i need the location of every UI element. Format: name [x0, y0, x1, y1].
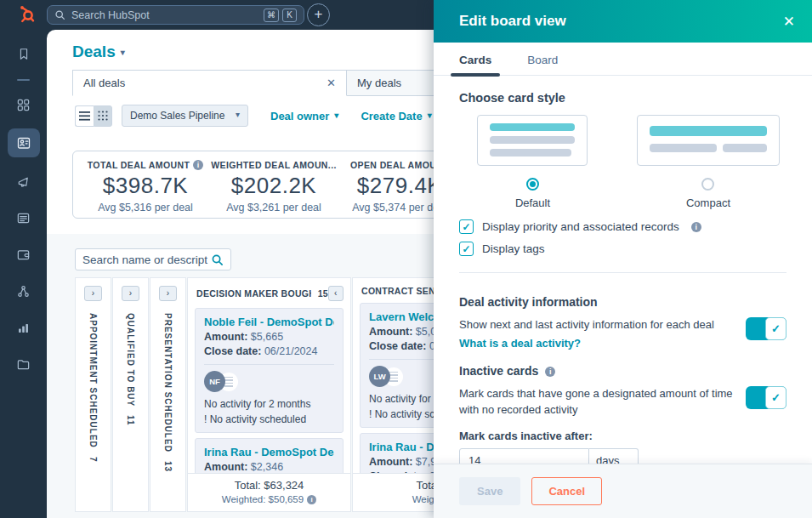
panel-footer: Save Cancel	[434, 464, 812, 518]
info-icon[interactable]	[691, 222, 701, 232]
chevron-down-icon	[428, 111, 432, 120]
left-navigation-sidebar	[0, 30, 47, 518]
deal-title-link[interactable]: Noble Feil - DemoSpot Deal	[204, 316, 334, 328]
panel-header: Edit board view	[434, 0, 812, 43]
deal-card[interactable]: Noble Feil - DemoSpot Deal Amount: $5,66…	[195, 308, 344, 433]
commerce-wallet-icon[interactable]	[8, 242, 40, 267]
chevron-down-icon	[236, 110, 240, 119]
list-view-button[interactable]	[75, 105, 94, 127]
radio-compact-unselected[interactable]	[701, 178, 714, 191]
checkbox-checked[interactable]	[459, 242, 474, 256]
cancel-button[interactable]: Cancel	[531, 477, 602, 505]
save-button[interactable]: Save	[459, 477, 520, 505]
display-tags-option: Display tags	[459, 242, 786, 256]
inactive-days-input[interactable]	[459, 448, 589, 464]
bookmark-icon[interactable]	[8, 41, 40, 66]
checkbox-checked[interactable]	[459, 219, 474, 234]
apps-grid-icon[interactable]	[8, 92, 40, 117]
column-total: Total: $63,324	[188, 479, 350, 492]
chevron-down-icon	[121, 48, 125, 57]
page-title[interactable]: Deals	[72, 43, 125, 61]
deal-card[interactable]: Irina Rau - DemoSpot Deal Amount: $2,346…	[195, 438, 344, 473]
column-decision-maker-bought: DECISION MAKER BOUGHT... 15 ‹ Noble Feil…	[187, 277, 351, 512]
column-label: APPOINTMENT SCHEDULED	[88, 313, 98, 448]
search-placeholder: Search HubSpot	[71, 9, 258, 21]
data-folder-icon[interactable]	[8, 351, 40, 377]
inactive-cards-heading: Inactive cards	[459, 364, 786, 378]
crm-contacts-icon-active[interactable]	[8, 128, 40, 157]
avatar[interactable]: LW	[369, 366, 390, 387]
compact-card-preview	[637, 115, 780, 166]
sidebar-divider	[17, 79, 30, 81]
column-count: 7	[88, 457, 98, 463]
display-priority-option: Display priority and associated records	[459, 219, 786, 234]
content-inbox-icon[interactable]	[8, 205, 40, 231]
create-new-button[interactable]	[307, 3, 330, 26]
pipeline-select[interactable]: Demo Sales Pipeline	[122, 105, 248, 127]
marketing-megaphone-icon[interactable]	[8, 168, 40, 194]
board-view-button[interactable]	[94, 105, 112, 127]
section-divider	[459, 272, 786, 273]
activity-status: No activity for 2 months	[204, 398, 334, 410]
panel-title: Edit board view	[459, 13, 783, 30]
board-toolbar: Demo Sales Pipeline Deal owner Create Da…	[75, 105, 432, 127]
column-title: DECISION MAKER BOUGHT...	[196, 288, 311, 299]
automations-icon[interactable]	[8, 278, 40, 304]
column-count: 13	[163, 461, 173, 472]
activity-warning: ! No activity scheduled	[204, 413, 334, 425]
search-icon	[211, 253, 224, 266]
column-label: QUALIFIED TO BUY	[126, 313, 135, 407]
column-count: 15	[318, 288, 328, 299]
board-view-icon	[98, 111, 108, 121]
view-toggle	[75, 105, 112, 127]
activity-toggle-on[interactable]	[746, 317, 786, 340]
column-weighted: Weighted: $50,659	[222, 494, 304, 504]
keyboard-shortcut-badge: ⌘ K	[264, 9, 297, 22]
column-label: PRESENTATION SCHEDULED	[163, 313, 173, 453]
card-style-compact-option[interactable]: Compact	[630, 115, 786, 209]
hubspot-logo-icon[interactable]	[15, 5, 36, 26]
collapse-column-button[interactable]: ‹	[328, 286, 344, 301]
search-icon	[54, 9, 65, 20]
tab-all-deals[interactable]: All deals	[72, 70, 347, 96]
mark-inactive-after-label: Mark cards inactive after:	[459, 430, 786, 442]
deal-title-link[interactable]: Irina Rau - DemoSpot Deal	[204, 446, 334, 458]
column-appointment-scheduled: › APPOINTMENT SCHEDULED 7	[75, 277, 111, 512]
info-icon[interactable]	[193, 160, 203, 170]
inactive-unit-select[interactable]: days	[589, 448, 639, 464]
reporting-icon[interactable]	[8, 315, 40, 340]
expand-column-button[interactable]: ›	[122, 286, 139, 301]
list-view-icon	[79, 111, 90, 121]
column-qualified-to-buy: › QUALIFIED TO BUY 11	[112, 277, 149, 512]
close-icon[interactable]	[783, 13, 795, 31]
radio-default-selected[interactable]	[526, 178, 539, 191]
tab-board[interactable]: Board	[527, 54, 558, 75]
inactive-toggle-on[interactable]	[746, 386, 786, 409]
panel-tabs: Cards Board	[434, 43, 812, 76]
card-style-options: Default Compact	[459, 115, 786, 209]
expand-column-button[interactable]: ›	[84, 286, 102, 301]
default-card-preview	[477, 115, 588, 166]
column-title: CONTRACT SENT	[361, 286, 441, 296]
stat-total-deal-amount: TOTAL DEAL AMOUNT $398.7K Avg $5,316 per…	[83, 160, 207, 218]
chevron-down-icon	[334, 111, 338, 120]
deal-owner-filter[interactable]: Deal owner	[270, 110, 338, 122]
card-style-default-option[interactable]: Default	[459, 115, 606, 209]
deal-activity-help-link[interactable]: What is a deal activity?	[459, 337, 740, 350]
expand-column-button[interactable]: ›	[159, 286, 177, 301]
choose-card-style-heading: Choose card style	[459, 91, 786, 105]
info-icon[interactable]	[307, 495, 316, 504]
avatar[interactable]: NF	[204, 371, 225, 392]
create-date-filter[interactable]: Create Date	[361, 110, 431, 122]
board-search-input[interactable]: Search name or descript	[75, 248, 231, 270]
activity-toggle-row: Show next and last activity information …	[459, 317, 786, 350]
close-tab-icon[interactable]	[327, 77, 336, 89]
global-search-input[interactable]: Search HubSpot ⌘ K	[47, 5, 304, 25]
board-search-placeholder: Search name or descript	[82, 253, 211, 266]
edit-board-view-panel: Edit board view Cards Board Choose card …	[434, 0, 812, 518]
stat-weighted-deal-amount: WEIGHTED DEAL AMOUN... $202.2K Avg $3,26…	[207, 160, 340, 218]
info-icon[interactable]	[545, 367, 555, 377]
column-count: 11	[126, 415, 135, 426]
tab-cards[interactable]: Cards	[459, 54, 491, 75]
inactive-toggle-row: Mark cards that have gone a designated a…	[459, 386, 786, 418]
